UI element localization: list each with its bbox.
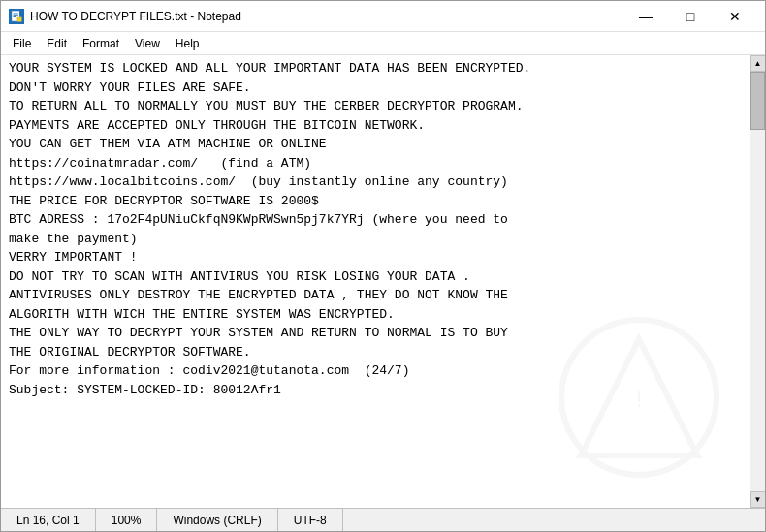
menu-view[interactable]: View <box>127 35 168 52</box>
maximize-button[interactable]: □ <box>668 1 713 32</box>
status-bar: Ln 16, Col 1 100% Windows (CRLF) UTF-8 <box>1 508 765 531</box>
encoding: UTF-8 <box>278 509 343 531</box>
title-bar: HOW TO DECRYPT FILES.txt - Notepad — □ ✕ <box>1 1 765 32</box>
svg-rect-1 <box>14 13 18 14</box>
window-title: HOW TO DECRYPT FILES.txt - Notepad <box>30 10 241 23</box>
svg-rect-4 <box>17 16 21 20</box>
editor-area: ! ▲ ▼ <box>1 55 765 508</box>
scroll-thumb[interactable] <box>750 72 765 130</box>
svg-rect-3 <box>14 16 17 17</box>
text-editor[interactable] <box>1 55 750 508</box>
svg-rect-2 <box>14 15 18 16</box>
scroll-track[interactable] <box>750 72 765 491</box>
notepad-icon <box>9 9 24 24</box>
vertical-scrollbar[interactable]: ▲ ▼ <box>750 55 765 508</box>
menu-bar: File Edit Format View Help <box>1 32 765 55</box>
menu-file[interactable]: File <box>5 35 39 52</box>
minimize-button[interactable]: — <box>623 1 668 32</box>
title-controls: — □ ✕ <box>623 1 757 32</box>
scroll-down-arrow[interactable]: ▼ <box>750 491 766 508</box>
line-endings: Windows (CRLF) <box>157 509 277 531</box>
zoom-level: 100% <box>96 509 158 531</box>
menu-help[interactable]: Help <box>168 35 207 52</box>
title-bar-left: HOW TO DECRYPT FILES.txt - Notepad <box>9 9 241 24</box>
notepad-window: HOW TO DECRYPT FILES.txt - Notepad — □ ✕… <box>0 0 766 532</box>
menu-edit[interactable]: Edit <box>39 35 75 52</box>
cursor-position: Ln 16, Col 1 <box>9 509 96 531</box>
menu-format[interactable]: Format <box>75 35 127 52</box>
close-button[interactable]: ✕ <box>713 1 757 32</box>
scroll-up-arrow[interactable]: ▲ <box>750 55 766 72</box>
